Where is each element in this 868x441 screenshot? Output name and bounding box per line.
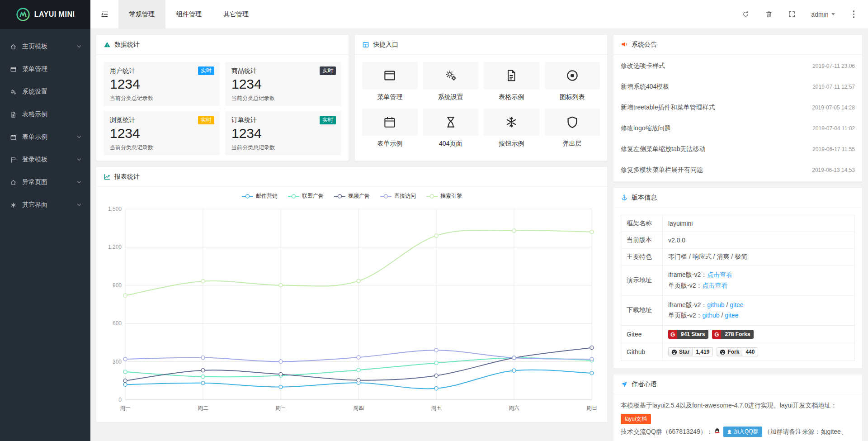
download-github-link[interactable]: github xyxy=(707,301,724,308)
download-github-link[interactable]: github xyxy=(702,312,719,319)
quick-entry-menu-management[interactable]: 菜单管理 xyxy=(362,62,418,101)
quick-entry-header: 快捷入口 xyxy=(355,35,607,55)
announcement-item[interactable]: 修复多模块菜单栏展开有问题 2019-06-13 14:53 xyxy=(613,160,862,180)
stat-card-users: 实时 用户统计 1234 当前分类总记录数 xyxy=(104,62,220,106)
download-gitee-link[interactable]: gitee xyxy=(725,312,738,319)
sidebar-item-home-template[interactable]: 主页模板 xyxy=(0,35,90,58)
legend-marker-icon xyxy=(380,194,392,199)
window-icon xyxy=(383,69,396,82)
card-title: 报表统计 xyxy=(114,173,140,181)
table-row: 框架名称 layuimini xyxy=(621,215,855,232)
quick-entry-table-demo[interactable]: 表格示例 xyxy=(484,62,539,101)
svg-text:周二: 周二 xyxy=(198,405,208,411)
table-row: 演示地址 iframe版-v2：点击查看 单页版-v2：点击查看 xyxy=(621,266,855,296)
data-stats-header: 数据统计 xyxy=(96,35,349,55)
window-icon xyxy=(10,66,17,73)
qq-logo-icon[interactable] xyxy=(714,426,721,439)
app-root: LAYUI MINI 常规管理 组件管理 其它管理 xyxy=(0,0,868,441)
demo-iframe-link[interactable]: 点击查看 xyxy=(707,271,732,278)
more-menu-icon[interactable] xyxy=(850,9,858,20)
table-row: Github Star 1,419 Fork 440 xyxy=(621,343,855,361)
fullscreen-icon[interactable] xyxy=(788,10,796,18)
trash-icon[interactable] xyxy=(765,10,773,18)
download-gitee-link[interactable]: gitee xyxy=(730,301,743,308)
menu-collapse-button[interactable] xyxy=(90,0,118,28)
version-info-card: 版本信息 框架名称 layuimini 当前版本 v2.0.0 主要特色 零门槛… xyxy=(613,187,863,369)
quick-entry-form-demo[interactable]: 表单示例 xyxy=(362,109,418,148)
dot-circle-icon xyxy=(566,69,579,82)
quick-entry-icon-list[interactable]: 图标列表 xyxy=(545,62,600,101)
home-icon xyxy=(10,179,17,186)
refresh-icon[interactable] xyxy=(742,10,750,18)
user-menu[interactable]: admin xyxy=(811,11,835,18)
card-title: 快捷入口 xyxy=(373,41,398,49)
chevron-down-icon xyxy=(77,44,81,47)
svg-text:1,500: 1,500 xyxy=(108,206,122,212)
stat-card-orders: 实时 订单统计 1234 当前分类总记录数 xyxy=(225,111,341,155)
layui-doc-badge[interactable]: layui文档 xyxy=(621,414,651,424)
sidebar-item-label: 其它界面 xyxy=(22,201,47,209)
sidebar-item-table-demo[interactable]: 表格示例 xyxy=(0,103,90,126)
sidebar-item-other-ui[interactable]: 其它界面 xyxy=(0,194,90,216)
gitee-forks-badge[interactable]: G 278 Forks xyxy=(712,330,754,339)
github-logo-icon xyxy=(720,349,726,355)
legend-marker-icon xyxy=(288,194,300,199)
legend-item[interactable]: 直接访问 xyxy=(380,192,416,200)
card-title: 版本信息 xyxy=(632,194,657,202)
svg-text:300: 300 xyxy=(113,359,122,365)
github-star-button[interactable]: Star 1,419 xyxy=(668,347,713,356)
legend-item[interactable]: 联盟广告 xyxy=(288,192,324,200)
tab-changgui-guanli[interactable]: 常规管理 xyxy=(118,0,165,28)
announcement-item[interactable]: 修改选项卡样式 2019-07-11 23:06 xyxy=(613,56,862,76)
sidebar-item-system-settings[interactable]: 系统设置 xyxy=(0,81,90,103)
logo-area: LAYUI MINI xyxy=(0,0,90,29)
join-qq-group-badge[interactable]: 加入QQ群 xyxy=(723,427,762,437)
quick-entry-404-page[interactable]: 404页面 xyxy=(423,109,479,148)
svg-text:周日: 周日 xyxy=(586,405,597,411)
sidebar-item-label: 异常页面 xyxy=(22,178,47,186)
sidebar-item-form-demo[interactable]: 表单示例 xyxy=(0,126,90,148)
demo-spa-link[interactable]: 点击查看 xyxy=(702,282,727,289)
menu-collapse-icon xyxy=(100,10,109,19)
asterisk-icon xyxy=(10,202,17,209)
sidebar-item-error-pages[interactable]: 异常页面 xyxy=(0,171,90,194)
legend-item[interactable]: 视频广告 xyxy=(334,192,370,200)
warning-triangle-icon xyxy=(104,41,111,48)
tab-qita-guanli[interactable]: 其它管理 xyxy=(212,0,259,28)
header-actions: admin xyxy=(742,0,868,28)
file-text-icon xyxy=(10,111,17,118)
github-fork-button[interactable]: Fork 440 xyxy=(717,347,758,356)
calendar-icon xyxy=(10,134,17,141)
svg-text:周五: 周五 xyxy=(431,405,442,411)
svg-text:周一: 周一 xyxy=(120,405,131,411)
sidebar-item-login-template[interactable]: 登录模板 xyxy=(0,148,90,171)
legend-marker-icon xyxy=(334,194,346,199)
calendar-icon xyxy=(383,115,396,129)
quick-entry-button-demo[interactable]: 按钮示例 xyxy=(484,109,539,148)
author-body: 本模板基于layui2.5.4以及font-awesome-4.7.0进行实现。… xyxy=(613,394,862,441)
announcement-item[interactable]: 新增treetable插件和菜单管理样式 2019-07-05 14:28 xyxy=(613,97,862,118)
sidebar-item-menu-management[interactable]: 菜单管理 xyxy=(0,58,90,81)
author-card: 作者心语 本模板基于layui2.5.4以及font-awesome-4.7.0… xyxy=(613,374,863,441)
legend-item[interactable]: 搜索引擎 xyxy=(426,192,462,200)
sidebar-item-label: 表单示例 xyxy=(22,133,47,141)
home-icon xyxy=(10,43,17,50)
chart-line-icon xyxy=(104,173,111,180)
table-icon xyxy=(362,41,369,48)
app-title: LAYUI MINI xyxy=(34,10,75,19)
tab-zujian-guanli[interactable]: 组件管理 xyxy=(165,0,212,28)
quick-entry-popup-layer[interactable]: 弹出层 xyxy=(545,109,600,148)
legend-item[interactable]: 邮件营销 xyxy=(241,192,278,200)
quick-entry-system-settings[interactable]: 系统设置 xyxy=(423,62,479,101)
status-badge: 实时 xyxy=(198,116,214,124)
svg-text:900: 900 xyxy=(113,282,122,289)
announcement-item[interactable]: 修改logo缩放问题 2019-07-04 11:02 xyxy=(613,118,862,139)
status-badge: 实时 xyxy=(320,116,336,124)
anchor-icon xyxy=(621,194,628,201)
announcement-item[interactable]: 修复左侧菜单缩放tab无法移动 2019-06-17 11:55 xyxy=(613,139,862,160)
gitee-stars-badge[interactable]: G 941 Stars xyxy=(668,330,708,339)
sidebar-item-label: 登录模板 xyxy=(22,156,47,164)
report-chart: 周一周二周三周四周五周六周日03006009001,2001,500 xyxy=(104,203,600,415)
announcement-item[interactable]: 新增系统404模板 2019-07-11 12:57 xyxy=(613,76,862,97)
stat-card-goods: 实时 商品统计 1234 当前分类总记录数 xyxy=(225,62,341,106)
